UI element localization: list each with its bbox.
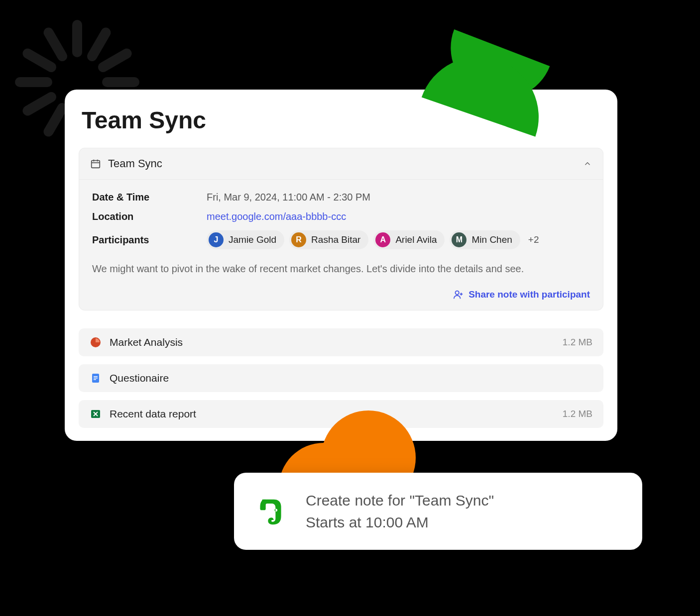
participant-chip[interactable]: AAriel Avila (373, 230, 445, 249)
calendar-icon (90, 158, 101, 169)
docs-icon (90, 372, 102, 384)
share-user-icon (453, 289, 464, 300)
participant-name: Jamie Gold (229, 234, 276, 245)
participant-name: Min Chen (471, 234, 512, 245)
field-participants: Participants JJamie GoldRRasha BitarAAri… (92, 230, 590, 249)
attachment-name: Recent data report (110, 408, 563, 420)
attachment-row[interactable]: Market Analysis1.2 MB (79, 328, 603, 356)
participant-chip[interactable]: MMin Chen (450, 230, 520, 249)
svg-rect-2 (96, 47, 133, 74)
event-header[interactable]: Team Sync (79, 148, 603, 180)
avatar: J (209, 232, 224, 247)
participants-list: JJamie GoldRRasha BitarAAriel AvilaMMin … (207, 230, 539, 249)
svg-rect-1 (85, 26, 113, 63)
field-label: Location (92, 211, 207, 222)
svg-point-19 (456, 291, 459, 295)
page-title: Team Sync (82, 106, 603, 134)
event-title: Team Sync (108, 157, 583, 170)
svg-rect-26 (94, 379, 96, 380)
field-location: Location meet.google.com/aaa-bbbb-ccc (92, 211, 590, 222)
prompt-text: Create note for "Team Sync" Starts at 10… (306, 490, 494, 533)
share-label: Share note with participant (468, 289, 590, 300)
event-body: Date & Time Fri, Mar 9, 2024, 11:00 AM -… (79, 180, 603, 310)
avatar: M (452, 232, 467, 247)
attachment-name: Questionaire (110, 372, 592, 384)
field-datetime: Date & Time Fri, Mar 9, 2024, 11:00 AM -… (92, 192, 590, 203)
svg-rect-24 (94, 376, 98, 377)
field-value: Fri, Mar 9, 2024, 11:00 AM - 2:30 PM (207, 192, 370, 203)
svg-rect-15 (92, 161, 100, 168)
participant-name: Rasha Bitar (311, 234, 360, 245)
meeting-link[interactable]: meet.google.com/aaa-bbbb-ccc (207, 211, 346, 222)
attachment-size: 1.2 MB (563, 337, 592, 348)
event-panel: Team Sync Date & Time Fri, Mar 9, 2024, … (79, 148, 603, 310)
chevron-up-icon (583, 159, 592, 168)
powerpoint-icon (90, 336, 102, 348)
participant-chip[interactable]: RRasha Bitar (289, 230, 368, 249)
create-note-prompt[interactable]: Create note for "Team Sync" Starts at 10… (234, 473, 642, 550)
svg-rect-0 (72, 20, 82, 57)
share-note-button[interactable]: Share note with participant (92, 289, 590, 300)
svg-rect-8 (21, 90, 58, 117)
event-description: We might want to pivot in the wake of re… (92, 261, 590, 276)
svg-rect-25 (94, 378, 98, 379)
svg-rect-3 (102, 77, 139, 87)
field-label: Date & Time (92, 192, 207, 203)
attachment-name: Market Analysis (110, 336, 563, 348)
participants-overflow[interactable]: +2 (528, 234, 539, 245)
attachment-row[interactable]: Recent data report1.2 MB (79, 400, 603, 428)
attachment-row[interactable]: Questionaire (79, 364, 603, 392)
evernote-icon (256, 497, 286, 526)
participant-name: Ariel Avila (395, 234, 437, 245)
meeting-card: Team Sync Team Sync Date & Time Fri, Mar… (65, 90, 617, 441)
attachments-list: Market Analysis1.2 MBQuestionaireRecent … (79, 328, 603, 428)
prompt-line1: Create note for "Team Sync" (306, 490, 494, 512)
field-label: Participants (92, 234, 207, 246)
svg-rect-11 (42, 26, 69, 63)
avatar: R (291, 232, 306, 247)
excel-icon (90, 408, 102, 420)
attachment-size: 1.2 MB (563, 409, 592, 419)
avatar: A (375, 232, 390, 247)
svg-rect-10 (21, 47, 58, 74)
prompt-line2: Starts at 10:00 AM (306, 512, 494, 533)
svg-rect-9 (15, 77, 52, 87)
participant-chip[interactable]: JJamie Gold (207, 230, 284, 249)
